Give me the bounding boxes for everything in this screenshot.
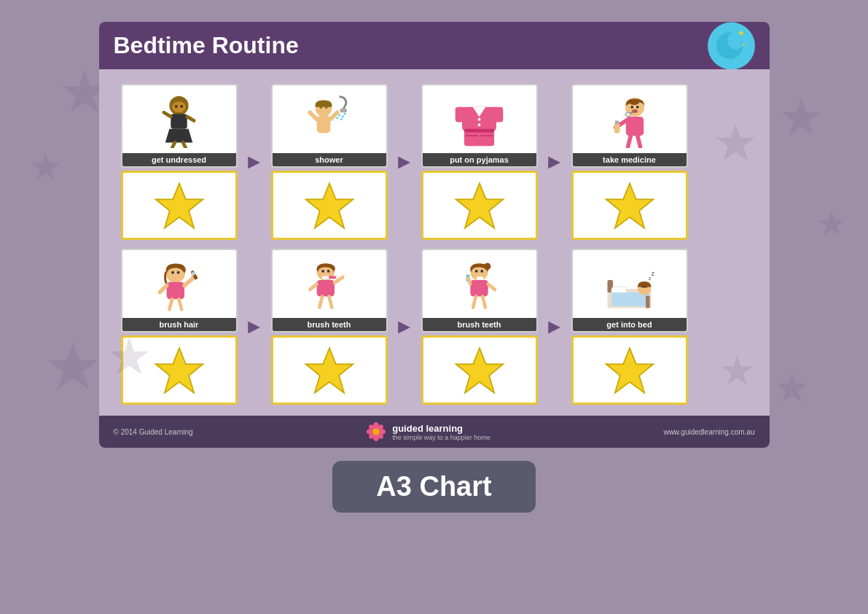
footer-brand-sub: the simple way to a happier home [392, 434, 490, 441]
svg-rect-71 [317, 280, 335, 297]
star-card-shower [271, 171, 388, 240]
arrow-1: ► [243, 150, 265, 174]
svg-rect-48 [615, 121, 619, 125]
svg-marker-40 [455, 183, 503, 228]
card-image-get-undressed [122, 85, 236, 153]
activity-card-brush-teeth-2: brush teeth [421, 249, 538, 333]
svg-line-13 [164, 112, 171, 117]
star-card-get-into-bed [571, 335, 688, 405]
arrow-2: ► [394, 150, 415, 174]
footer-brand-name: guided learning [392, 423, 490, 434]
card-image-shower [273, 85, 386, 153]
svg-point-8 [175, 105, 178, 108]
page-title: Bedtime Routine [114, 32, 299, 59]
arrow-4: ► [243, 315, 265, 338]
activity-card-brush-hair: brush hair [121, 249, 238, 333]
svg-line-89 [482, 297, 485, 308]
card-pair-get-into-bed: z z get into bed [571, 249, 688, 405]
svg-point-1 [727, 32, 744, 49]
svg-line-74 [319, 297, 322, 308]
moon-icon [708, 22, 755, 69]
card-label-brush-hair: brush hair [122, 318, 236, 331]
svg-point-9 [180, 105, 183, 108]
svg-line-62 [169, 299, 172, 309]
svg-point-23 [344, 113, 346, 115]
footer-brand-text: guided learning the simple way to a happ… [392, 423, 490, 441]
activity-row-1: get undressed ► [121, 84, 748, 240]
svg-line-14 [187, 117, 194, 121]
card-image-brush-teeth-2 [423, 250, 536, 318]
svg-line-75 [329, 297, 332, 308]
card-pair-shower: shower [271, 84, 388, 240]
svg-line-61 [160, 286, 166, 292]
footer: © 2014 Guided Learning guided learnin [99, 416, 770, 448]
svg-rect-18 [340, 109, 347, 113]
card-image-brush-teeth-1 [273, 250, 386, 318]
svg-rect-47 [614, 123, 620, 133]
svg-rect-57 [167, 282, 184, 299]
card-label-brush-teeth-2: brush teeth [423, 318, 536, 331]
svg-line-28 [310, 112, 316, 119]
activity-row-2: brush hair ► [121, 249, 748, 405]
svg-marker-76 [305, 348, 353, 392]
card-pair-brush-teeth-2: brush teeth [421, 249, 538, 405]
svg-marker-90 [455, 348, 503, 392]
arrow-3: ► [544, 150, 566, 174]
card-image-pyjamas [423, 85, 536, 153]
svg-rect-37 [464, 129, 494, 133]
svg-rect-98 [646, 296, 650, 308]
svg-marker-30 [305, 183, 353, 228]
footer-url: www.guidedlearning.com.au [663, 428, 754, 436]
svg-line-51 [628, 136, 631, 147]
footer-brand: guided learning the simple way to a happ… [366, 421, 490, 442]
card-pair-pyjamas: put on pyjamas [421, 84, 538, 240]
svg-point-20 [342, 115, 344, 117]
svg-point-67 [327, 270, 330, 273]
svg-line-88 [473, 297, 476, 308]
star-card-brush-teeth-1 [271, 335, 388, 405]
arrow-5: ► [394, 315, 415, 338]
main-card: Bedtime Routine ★ ★ ★ ★ [99, 22, 770, 448]
svg-rect-34 [455, 107, 466, 123]
svg-point-50 [625, 112, 631, 117]
svg-line-87 [488, 284, 495, 290]
svg-point-66 [321, 270, 324, 273]
svg-point-79 [475, 270, 478, 273]
content-area: ★ ★ ★ ★ [99, 69, 770, 416]
star-card-get-undressed [121, 171, 238, 240]
activity-card-get-into-bed: z z get into bed [571, 249, 688, 333]
svg-line-52 [638, 136, 641, 147]
svg-marker-99 [606, 348, 653, 392]
activity-card-shower: shower [271, 84, 388, 168]
svg-point-55 [171, 271, 174, 274]
star-card-medicine [571, 171, 688, 240]
bg-star-6: ★ [774, 365, 810, 411]
svg-point-19 [338, 114, 340, 117]
card-pair-brush-teeth-1: brush teeth [271, 249, 388, 405]
svg-rect-27 [317, 116, 331, 133]
card-pair-get-undressed: get undressed [121, 84, 238, 240]
bg-star-5: ★ [44, 328, 103, 405]
svg-marker-17 [155, 183, 203, 228]
star-card-brush-hair [121, 335, 238, 405]
svg-line-72 [310, 284, 316, 290]
card-label-shower: shower [273, 153, 386, 166]
arrow-6: ► [544, 315, 566, 338]
svg-point-78 [484, 263, 490, 270]
flower-icon [366, 421, 386, 442]
activity-card-pyjamas: put on pyjamas [421, 84, 538, 168]
svg-marker-12 [165, 129, 193, 143]
card-label-get-into-bed: get into bed [573, 318, 687, 331]
bg-star-4: ★ [817, 204, 846, 243]
page-wrapper: ★ ★ ★ ★ ★ ★ Bedtime Routine ★ ★ ★ ★ [0, 0, 868, 614]
svg-point-80 [480, 270, 483, 273]
card-label-medicine: take medicine [573, 153, 687, 166]
svg-text:z: z [652, 270, 655, 277]
svg-line-86 [469, 278, 471, 284]
svg-point-43 [636, 106, 639, 109]
card-label-brush-teeth-1: brush teeth [273, 318, 386, 331]
svg-rect-11 [171, 114, 187, 129]
svg-point-56 [177, 271, 180, 274]
card-pair-brush-hair: brush hair [121, 249, 238, 405]
bottom-label: A3 Chart [332, 461, 535, 513]
